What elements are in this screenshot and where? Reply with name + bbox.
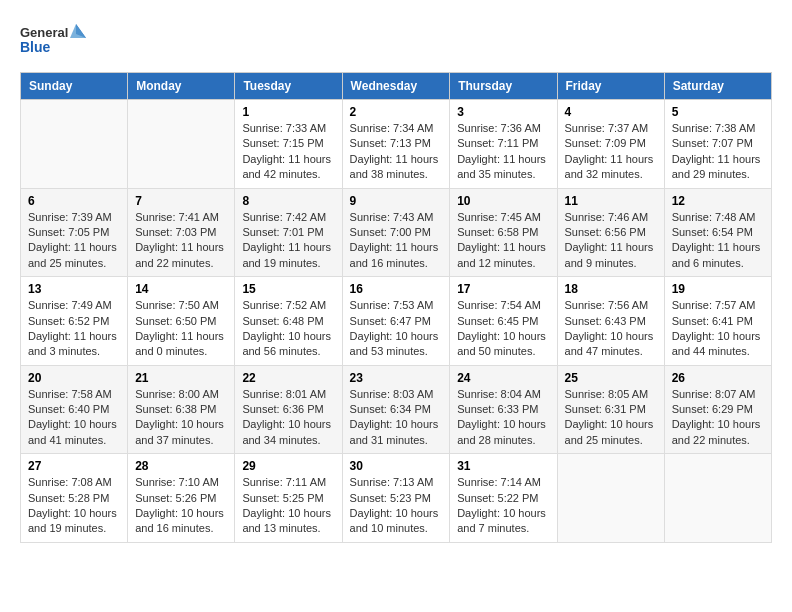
day-info: Sunrise: 7:43 AMSunset: 7:00 PMDaylight:… xyxy=(350,210,443,272)
day-number: 16 xyxy=(350,282,443,296)
day-info: Sunrise: 7:37 AMSunset: 7:09 PMDaylight:… xyxy=(565,121,657,183)
day-number: 3 xyxy=(457,105,549,119)
calendar-cell: 22 Sunrise: 8:01 AMSunset: 6:36 PMDaylig… xyxy=(235,365,342,454)
calendar-week-4: 20 Sunrise: 7:58 AMSunset: 6:40 PMDaylig… xyxy=(21,365,772,454)
day-info: Sunrise: 8:05 AMSunset: 6:31 PMDaylight:… xyxy=(565,387,657,449)
calendar-cell: 18 Sunrise: 7:56 AMSunset: 6:43 PMDaylig… xyxy=(557,277,664,366)
calendar-cell: 27 Sunrise: 7:08 AMSunset: 5:28 PMDaylig… xyxy=(21,454,128,543)
day-number: 24 xyxy=(457,371,549,385)
day-info: Sunrise: 8:07 AMSunset: 6:29 PMDaylight:… xyxy=(672,387,764,449)
day-info: Sunrise: 7:58 AMSunset: 6:40 PMDaylight:… xyxy=(28,387,120,449)
day-number: 31 xyxy=(457,459,549,473)
calendar-cell: 14 Sunrise: 7:50 AMSunset: 6:50 PMDaylig… xyxy=(128,277,235,366)
day-info: Sunrise: 7:56 AMSunset: 6:43 PMDaylight:… xyxy=(565,298,657,360)
calendar-cell: 9 Sunrise: 7:43 AMSunset: 7:00 PMDayligh… xyxy=(342,188,450,277)
day-info: Sunrise: 8:04 AMSunset: 6:33 PMDaylight:… xyxy=(457,387,549,449)
day-number: 6 xyxy=(28,194,120,208)
calendar-cell: 15 Sunrise: 7:52 AMSunset: 6:48 PMDaylig… xyxy=(235,277,342,366)
day-number: 21 xyxy=(135,371,227,385)
calendar-cell: 4 Sunrise: 7:37 AMSunset: 7:09 PMDayligh… xyxy=(557,100,664,189)
svg-text:Blue: Blue xyxy=(20,39,51,55)
day-info: Sunrise: 7:53 AMSunset: 6:47 PMDaylight:… xyxy=(350,298,443,360)
day-info: Sunrise: 7:10 AMSunset: 5:26 PMDaylight:… xyxy=(135,475,227,537)
calendar-cell: 17 Sunrise: 7:54 AMSunset: 6:45 PMDaylig… xyxy=(450,277,557,366)
day-info: Sunrise: 7:41 AMSunset: 7:03 PMDaylight:… xyxy=(135,210,227,272)
day-info: Sunrise: 7:13 AMSunset: 5:23 PMDaylight:… xyxy=(350,475,443,537)
calendar-cell: 10 Sunrise: 7:45 AMSunset: 6:58 PMDaylig… xyxy=(450,188,557,277)
day-number: 25 xyxy=(565,371,657,385)
calendar-cell xyxy=(128,100,235,189)
day-number: 5 xyxy=(672,105,764,119)
day-number: 28 xyxy=(135,459,227,473)
weekday-header-row: SundayMondayTuesdayWednesdayThursdayFrid… xyxy=(21,73,772,100)
day-number: 8 xyxy=(242,194,334,208)
calendar-cell: 26 Sunrise: 8:07 AMSunset: 6:29 PMDaylig… xyxy=(664,365,771,454)
calendar-cell: 19 Sunrise: 7:57 AMSunset: 6:41 PMDaylig… xyxy=(664,277,771,366)
day-number: 13 xyxy=(28,282,120,296)
calendar-cell: 30 Sunrise: 7:13 AMSunset: 5:23 PMDaylig… xyxy=(342,454,450,543)
calendar-table: SundayMondayTuesdayWednesdayThursdayFrid… xyxy=(20,72,772,543)
day-info: Sunrise: 7:57 AMSunset: 6:41 PMDaylight:… xyxy=(672,298,764,360)
calendar-week-1: 1 Sunrise: 7:33 AMSunset: 7:15 PMDayligh… xyxy=(21,100,772,189)
header: General Blue xyxy=(20,20,772,62)
day-number: 19 xyxy=(672,282,764,296)
day-number: 22 xyxy=(242,371,334,385)
weekday-header-saturday: Saturday xyxy=(664,73,771,100)
day-info: Sunrise: 8:03 AMSunset: 6:34 PMDaylight:… xyxy=(350,387,443,449)
weekday-header-sunday: Sunday xyxy=(21,73,128,100)
calendar-cell: 28 Sunrise: 7:10 AMSunset: 5:26 PMDaylig… xyxy=(128,454,235,543)
calendar-cell: 25 Sunrise: 8:05 AMSunset: 6:31 PMDaylig… xyxy=(557,365,664,454)
calendar-cell: 21 Sunrise: 8:00 AMSunset: 6:38 PMDaylig… xyxy=(128,365,235,454)
svg-marker-3 xyxy=(70,24,86,38)
calendar-cell: 7 Sunrise: 7:41 AMSunset: 7:03 PMDayligh… xyxy=(128,188,235,277)
calendar-cell: 3 Sunrise: 7:36 AMSunset: 7:11 PMDayligh… xyxy=(450,100,557,189)
day-info: Sunrise: 7:08 AMSunset: 5:28 PMDaylight:… xyxy=(28,475,120,537)
calendar-week-5: 27 Sunrise: 7:08 AMSunset: 5:28 PMDaylig… xyxy=(21,454,772,543)
calendar-cell xyxy=(664,454,771,543)
calendar-cell: 29 Sunrise: 7:11 AMSunset: 5:25 PMDaylig… xyxy=(235,454,342,543)
calendar-cell: 24 Sunrise: 8:04 AMSunset: 6:33 PMDaylig… xyxy=(450,365,557,454)
day-number: 10 xyxy=(457,194,549,208)
calendar-cell: 1 Sunrise: 7:33 AMSunset: 7:15 PMDayligh… xyxy=(235,100,342,189)
day-number: 4 xyxy=(565,105,657,119)
day-info: Sunrise: 7:52 AMSunset: 6:48 PMDaylight:… xyxy=(242,298,334,360)
calendar-cell: 6 Sunrise: 7:39 AMSunset: 7:05 PMDayligh… xyxy=(21,188,128,277)
logo: General Blue xyxy=(20,20,90,62)
weekday-header-tuesday: Tuesday xyxy=(235,73,342,100)
day-number: 20 xyxy=(28,371,120,385)
day-info: Sunrise: 7:38 AMSunset: 7:07 PMDaylight:… xyxy=(672,121,764,183)
day-number: 14 xyxy=(135,282,227,296)
calendar-week-2: 6 Sunrise: 7:39 AMSunset: 7:05 PMDayligh… xyxy=(21,188,772,277)
weekday-header-thursday: Thursday xyxy=(450,73,557,100)
day-number: 17 xyxy=(457,282,549,296)
calendar-cell: 11 Sunrise: 7:46 AMSunset: 6:56 PMDaylig… xyxy=(557,188,664,277)
calendar-cell: 5 Sunrise: 7:38 AMSunset: 7:07 PMDayligh… xyxy=(664,100,771,189)
calendar-cell: 20 Sunrise: 7:58 AMSunset: 6:40 PMDaylig… xyxy=(21,365,128,454)
day-number: 15 xyxy=(242,282,334,296)
day-info: Sunrise: 7:42 AMSunset: 7:01 PMDaylight:… xyxy=(242,210,334,272)
calendar-cell: 2 Sunrise: 7:34 AMSunset: 7:13 PMDayligh… xyxy=(342,100,450,189)
calendar-cell: 12 Sunrise: 7:48 AMSunset: 6:54 PMDaylig… xyxy=(664,188,771,277)
weekday-header-wednesday: Wednesday xyxy=(342,73,450,100)
day-number: 18 xyxy=(565,282,657,296)
day-number: 27 xyxy=(28,459,120,473)
day-info: Sunrise: 7:50 AMSunset: 6:50 PMDaylight:… xyxy=(135,298,227,360)
day-number: 9 xyxy=(350,194,443,208)
calendar-week-3: 13 Sunrise: 7:49 AMSunset: 6:52 PMDaylig… xyxy=(21,277,772,366)
day-number: 2 xyxy=(350,105,443,119)
day-info: Sunrise: 7:11 AMSunset: 5:25 PMDaylight:… xyxy=(242,475,334,537)
day-number: 26 xyxy=(672,371,764,385)
calendar-cell xyxy=(21,100,128,189)
day-number: 12 xyxy=(672,194,764,208)
day-info: Sunrise: 7:48 AMSunset: 6:54 PMDaylight:… xyxy=(672,210,764,272)
day-number: 30 xyxy=(350,459,443,473)
day-info: Sunrise: 7:45 AMSunset: 6:58 PMDaylight:… xyxy=(457,210,549,272)
day-info: Sunrise: 7:46 AMSunset: 6:56 PMDaylight:… xyxy=(565,210,657,272)
svg-text:General: General xyxy=(20,25,68,40)
calendar-cell: 23 Sunrise: 8:03 AMSunset: 6:34 PMDaylig… xyxy=(342,365,450,454)
day-number: 7 xyxy=(135,194,227,208)
calendar-cell: 31 Sunrise: 7:14 AMSunset: 5:22 PMDaylig… xyxy=(450,454,557,543)
day-info: Sunrise: 7:49 AMSunset: 6:52 PMDaylight:… xyxy=(28,298,120,360)
day-number: 1 xyxy=(242,105,334,119)
day-info: Sunrise: 8:01 AMSunset: 6:36 PMDaylight:… xyxy=(242,387,334,449)
